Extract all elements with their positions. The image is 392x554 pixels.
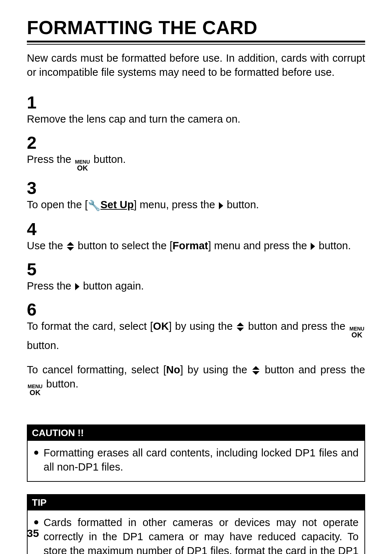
step-6-no: No [166,364,180,376]
tip-body: ● Cards formatted in other cameras or de… [28,510,364,554]
step-2-text-a: Press the [27,153,74,165]
svg-marker-6 [237,328,244,331]
step-6-text-d: button. [27,340,59,351]
menu-ok-bottom: OK [77,164,88,172]
caution-box: CAUTION !! ● Formatting erases all card … [27,424,365,481]
svg-marker-2 [67,247,74,251]
step-number-5: 5 [27,261,365,278]
step-2-text-b: button. [94,153,126,165]
step-3-text-c: button. [227,199,259,210]
step-6-text-h: button. [46,378,78,390]
menu-ok-icon: MENU OK [74,159,91,172]
step-6-text-e: To cancel formatting, select [ [27,364,166,376]
step-4-text-c: ] menu and press the [208,240,310,251]
menu-ok-bottom: OK [351,331,362,338]
page-number: 35 [27,527,39,539]
wrench-icon: 🔧 [88,199,101,213]
svg-marker-4 [75,283,79,290]
svg-marker-1 [67,242,74,246]
svg-marker-8 [252,371,260,375]
step-3-setup: Set Up [101,199,134,210]
step-3-text-a: To open the [ [27,199,88,210]
svg-marker-7 [252,366,260,370]
tip-bullet: ● Cards formatted in other cameras or de… [33,516,359,554]
intro-paragraph: New cards must be formatted before use. … [27,51,365,79]
step-5-text-b: button again. [83,280,144,292]
svg-marker-0 [219,202,223,209]
right-arrow-icon [310,242,316,251]
caution-body: ● Formatting erases all card contents, i… [28,441,364,481]
step-4-format: Format [172,240,208,251]
step-6-text-ok: To format the card, select [OK] by using… [27,319,365,353]
tip-box: TIP ● Cards formatted in other cameras o… [27,494,365,554]
right-arrow-icon [74,282,80,291]
up-down-arrow-icon [66,241,75,251]
step-number-3: 3 [27,180,365,197]
caution-bullet: ● Formatting erases all card contents, i… [33,446,359,474]
step-3-text-b: ] menu, press the [134,199,218,210]
menu-ok-top: MENU [75,159,90,164]
right-arrow-icon [218,201,224,210]
step-number-4: 4 [27,221,365,238]
menu-ok-icon: MENU OK [349,326,365,338]
step-6-ok: OK [153,320,169,332]
tip-bullet-text: Cards formatted in other cameras or devi… [44,516,359,554]
step-4-text-a: Use the [27,240,66,251]
menu-ok-icon: MENU OK [27,384,43,396]
step-2-text: Press the MENU OK button. [27,152,365,172]
step-3-text: To open the [🔧Set Up] menu, press the bu… [27,198,365,212]
step-4-text-d: button. [319,240,351,251]
step-5-text-a: Press the [27,280,74,292]
step-number-1: 1 [27,94,365,111]
step-6-text-a: To format the card, select [ [27,320,153,332]
step-6-text-b: ] by using the [169,320,236,332]
page: FORMATTING THE CARD New cards must be fo… [0,0,392,554]
step-6-text-f: ] by using the [180,364,252,376]
step-5-text: Press the button again. [27,279,365,293]
menu-ok-top: MENU [28,384,42,389]
svg-marker-3 [311,243,315,250]
step-6-text-c: button and press the [248,320,349,332]
step-number-2: 2 [27,134,365,152]
caution-header: CAUTION !! [28,425,364,441]
tip-header: TIP [28,495,364,510]
up-down-arrow-icon [252,365,260,376]
caution-bullet-text: Formatting erases all card contents, inc… [44,446,359,474]
menu-ok-top: MENU [350,326,364,331]
title-rule [27,41,365,45]
step-4-text: Use the button to select the [Format] me… [27,239,365,253]
menu-ok-bottom: OK [30,389,41,396]
step-4-text-b: button to select the [ [78,240,172,251]
bullet-icon: ● [33,446,44,474]
step-6-text-no: To cancel formatting, select [No] by usi… [27,363,365,396]
step-1-text: Remove the lens cap and turn the camera … [27,112,365,126]
up-down-arrow-icon [236,322,245,332]
step-number-6: 6 [27,301,365,319]
step-6-text-g: button and press the [265,364,365,376]
page-title: FORMATTING THE CARD [27,17,365,38]
svg-marker-5 [237,323,244,326]
